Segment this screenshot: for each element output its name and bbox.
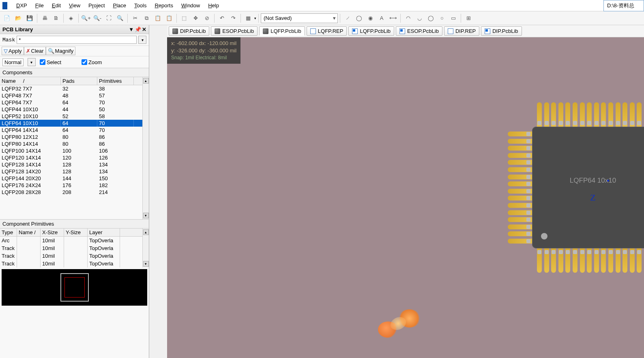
pad[interactable] — [573, 102, 577, 127]
tab-esop-pcblib[interactable]: ESOP.PcbLib — [396, 26, 442, 36]
pad[interactable] — [623, 102, 627, 127]
pad[interactable] — [537, 248, 542, 273]
component-footprint[interactable]: LQFP64 10x10 Z — [508, 102, 644, 273]
pad[interactable] — [630, 102, 635, 127]
table-row[interactable]: Track10milTopOverla — [0, 252, 142, 260]
clear-button[interactable]: ✗Clear — [24, 47, 46, 55]
via-tool-icon[interactable]: ◉ — [365, 13, 376, 24]
pad[interactable] — [508, 203, 533, 208]
pad[interactable] — [594, 102, 599, 127]
components-list[interactable]: LQFP32 7X73238LQFP48 7X74857LQFP64 7X764… — [0, 85, 142, 219]
pad[interactable] — [508, 146, 533, 151]
menu-project[interactable]: Project — [84, 1, 109, 10]
tab-lqfp-rep[interactable]: LQFP.REP — [307, 26, 347, 36]
paste-icon[interactable]: 📋 — [152, 13, 163, 24]
pad[interactable] — [508, 224, 533, 229]
table-row[interactable]: LQFP80 14X148086 — [0, 140, 142, 147]
scroll-up-icon[interactable]: ▴ — [143, 229, 149, 235]
table-row[interactable]: LQFP120 14X14120126 — [0, 154, 142, 161]
arc-left-icon[interactable]: ◠ — [403, 13, 413, 24]
panel-title-bar[interactable]: PCB Library ▼ 📌 ✕ — [0, 25, 149, 34]
table-row[interactable]: LQFP100 14X14100106 — [0, 147, 142, 154]
mask-input[interactable] — [17, 36, 137, 44]
pad[interactable] — [508, 181, 533, 186]
table-row[interactable]: LQFP64 7X76470 — [0, 99, 142, 106]
arc-right-icon[interactable]: ◡ — [414, 13, 425, 24]
panel-pin-icon[interactable]: 📌 — [135, 26, 141, 32]
pad[interactable] — [558, 102, 563, 127]
pad[interactable] — [508, 210, 533, 215]
pad[interactable] — [508, 231, 533, 236]
magnify-button[interactable]: 🔍Magnify — [46, 47, 76, 55]
workspace-combo[interactable]: (Not Saved) — [261, 13, 338, 23]
pad[interactable] — [616, 102, 620, 127]
grid-icon[interactable]: ▦ — [243, 13, 253, 24]
table-row[interactable]: Track10milTopOverla — [0, 260, 142, 267]
apply-button[interactable]: ▽Apply — [2, 47, 24, 55]
tab-lqfp-pcblib[interactable]: LQFP.PcbLib — [259, 26, 305, 36]
menu-window[interactable]: Window — [177, 1, 204, 10]
dimension-tool-icon[interactable]: ⟷ — [388, 13, 398, 24]
pad[interactable] — [565, 248, 570, 273]
menu-view[interactable]: View — [65, 1, 84, 10]
menu-place[interactable]: Place — [109, 1, 131, 10]
zoom-out-icon[interactable]: 🔍- — [92, 13, 103, 24]
mode-select[interactable]: Normal — [2, 58, 24, 66]
menu-file[interactable]: File — [31, 1, 48, 10]
rect-tool-icon[interactable]: ▭ — [448, 13, 459, 24]
table-row[interactable]: LQFP80 12X128086 — [0, 134, 142, 140]
panel-dropdown-icon[interactable]: ▼ — [129, 26, 134, 32]
pad[interactable] — [544, 248, 549, 273]
primitives-columns[interactable]: Type Name / X-Size Y-Size Layer — [0, 229, 142, 237]
pad[interactable] — [580, 248, 585, 273]
components-columns[interactable]: Name / Pads Primitives — [0, 77, 142, 85]
pad[interactable] — [508, 160, 533, 165]
table-row[interactable]: LQFP64 14X146470 — [0, 127, 142, 134]
print-icon[interactable]: 🖶 — [39, 13, 50, 24]
pad[interactable] — [508, 175, 533, 179]
scroll-down-icon[interactable]: ▾ — [143, 261, 149, 267]
pad[interactable] — [544, 102, 549, 127]
pad[interactable] — [637, 248, 642, 273]
pad[interactable] — [558, 248, 563, 273]
line-tool-icon[interactable]: ⟋ — [342, 13, 353, 24]
menu-tools[interactable]: Tools — [130, 1, 150, 10]
pcb-canvas[interactable]: x: -602.000 dx: -120.000 mil y: -326.000… — [167, 37, 644, 358]
zoom-in-icon[interactable]: 🔍+ — [81, 13, 91, 24]
table-row[interactable]: LQFP176 24X24176182 — [0, 182, 142, 189]
pad[interactable] — [608, 102, 613, 127]
zoom-select-icon[interactable]: 🔍 — [115, 13, 125, 24]
cut-icon[interactable]: ✂ — [130, 13, 140, 24]
table-row[interactable]: LQFP52 10X105258 — [0, 113, 142, 120]
pad[interactable] — [551, 102, 556, 127]
pad[interactable] — [608, 248, 613, 273]
pad[interactable] — [580, 102, 585, 127]
pad[interactable] — [537, 102, 542, 127]
pad[interactable] — [508, 167, 533, 172]
zoom-checkbox[interactable]: Zoom — [82, 59, 102, 65]
deselect-icon[interactable]: ⊘ — [202, 13, 212, 24]
scroll-up-icon[interactable]: ▴ — [143, 78, 149, 84]
menu-reports[interactable]: Reports — [150, 1, 177, 10]
open-folder-icon[interactable]: 📂 — [13, 13, 24, 24]
pad[interactable] — [637, 102, 642, 127]
components-scrollbar[interactable]: ▴ ▾ — [142, 77, 149, 219]
pad[interactable] — [508, 189, 533, 194]
table-row[interactable]: LQFP208 28X28208214 — [0, 189, 142, 196]
arc-full-icon[interactable]: ◯ — [425, 13, 436, 24]
table-row[interactable]: LQFP48 7X74857 — [0, 92, 142, 99]
tab-dip-pcblib[interactable]: DIP.PcbLib — [481, 26, 522, 36]
table-row[interactable]: LQFP32 7X73238 — [0, 85, 142, 92]
tab-lqfp-pcblib[interactable]: LQFP.PcbLib — [348, 26, 394, 36]
pad[interactable] — [630, 248, 635, 273]
menu-dxp[interactable]: DXP — [12, 1, 31, 10]
layers-icon[interactable]: ◈ — [66, 13, 76, 24]
table-row[interactable]: LQFP128 14X20128134 — [0, 168, 142, 175]
pad[interactable] — [594, 248, 599, 273]
select-checkbox[interactable]: Select — [40, 59, 61, 65]
tab-dip-pcblib[interactable]: DIP.PcbLib — [169, 26, 209, 36]
mode-dropdown-icon[interactable]: ▾ — [28, 58, 36, 66]
pad[interactable] — [623, 248, 627, 273]
paste-special-icon[interactable]: 📋 — [164, 13, 174, 24]
table-row[interactable]: LQFP144 20X20144150 — [0, 175, 142, 182]
